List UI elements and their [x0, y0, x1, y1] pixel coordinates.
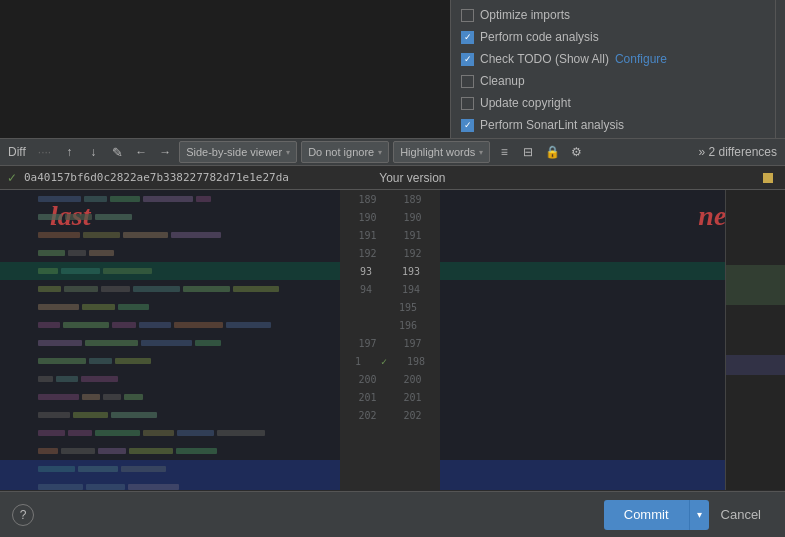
pixel-block [217, 430, 265, 436]
ln-left-10: 200 [358, 374, 376, 385]
lock-button[interactable]: 🔒 [542, 142, 562, 162]
code-row-left-2 [0, 226, 340, 244]
pixel-block [143, 196, 193, 202]
code-row-left-0 [0, 190, 340, 208]
ln-right-12: 202 [403, 410, 421, 421]
pixel-block [81, 376, 118, 382]
highlight-dropdown[interactable]: Highlight words ▾ [393, 141, 490, 163]
pixel-block [133, 286, 180, 292]
ln-pair-4: 93193 [345, 266, 435, 277]
pixel-block [171, 232, 221, 238]
pixel-block [38, 232, 80, 238]
commit-button[interactable]: Commit [604, 500, 689, 530]
ln-left-5: 94 [360, 284, 372, 295]
code-row-left-13 [0, 424, 340, 442]
ln-pair-6: 195 [345, 302, 435, 313]
cancel-button[interactable]: Cancel [709, 500, 773, 530]
ln-left-4: 93 [360, 266, 372, 277]
right-highlight-blue [440, 460, 725, 490]
pixel-block [38, 412, 70, 418]
checkbox-perform-code-analysis[interactable] [461, 31, 474, 44]
option-row-perform-sonarlint: Perform SonarLint analysis [461, 114, 765, 136]
collapse-button[interactable]: ≡ [494, 142, 514, 162]
help-button[interactable]: ? [12, 504, 34, 526]
mini-map-marker-green [726, 265, 785, 305]
ignore-dropdown-chevron: ▾ [378, 148, 382, 157]
pixel-block [38, 250, 65, 256]
pixel-block [123, 232, 168, 238]
option-label-check-todo: Check TODO (Show All) [480, 52, 609, 66]
option-label-update-copyright: Update copyright [480, 96, 571, 110]
gear-button[interactable]: ⚙ [566, 142, 586, 162]
center-row-4: 93193 [340, 262, 440, 280]
mini-map[interactable] [725, 190, 785, 490]
ln-left-9: 1 [355, 356, 361, 367]
diff-count: » 2 differences [699, 145, 778, 159]
side-by-side-button[interactable]: ⊟ [518, 142, 538, 162]
pixel-block [95, 430, 140, 436]
code-row-left-1 [0, 208, 340, 226]
highlight-dropdown-chevron: ▾ [479, 148, 483, 157]
pixel-block [38, 448, 58, 454]
ln-right-8: 197 [403, 338, 421, 349]
pixel-block [84, 196, 107, 202]
center-row-2: 191191 [340, 226, 440, 244]
top-scrollbar[interactable] [775, 0, 785, 140]
center-row-3: 192192 [340, 244, 440, 262]
ln-pair-5: 94194 [345, 284, 435, 295]
viewer-dropdown[interactable]: Side-by-side viewer ▾ [179, 141, 297, 163]
ln-pair-10: 200200 [345, 374, 435, 385]
checkbox-update-copyright[interactable] [461, 97, 474, 110]
pixel-block [85, 340, 138, 346]
ln-pair-0: 189189 [345, 194, 435, 205]
edit-button[interactable]: ✎ [107, 142, 127, 162]
ln-right-7: 196 [399, 320, 417, 331]
configure-link-check-todo[interactable]: Configure [615, 52, 667, 66]
ln-left-1: 190 [358, 212, 376, 223]
diff-toolbar: Diff ···· ↑ ↓ ✎ ← → Side-by-side viewer … [0, 138, 785, 166]
commit-dropdown-button[interactable]: ▾ [689, 500, 709, 530]
code-row-left-9 [0, 352, 340, 370]
right-button[interactable]: → [155, 142, 175, 162]
code-row-left-8 [0, 334, 340, 352]
ignore-dropdown[interactable]: Do not ignore ▾ [301, 141, 389, 163]
checkbox-check-todo[interactable] [461, 53, 474, 66]
checkbox-perform-sonarlint[interactable] [461, 119, 474, 132]
ln-left-8: 197 [358, 338, 376, 349]
center-row-8: 197197 [340, 334, 440, 352]
option-label-perform-code-analysis: Perform code analysis [480, 30, 599, 44]
ln-right-1: 190 [403, 212, 421, 223]
ln-left-3: 192 [358, 248, 376, 259]
pixel-block [61, 448, 95, 454]
pixel-block [226, 322, 271, 328]
pixel-block [141, 340, 192, 346]
pixel-block [233, 286, 279, 292]
left-button[interactable]: ← [131, 142, 151, 162]
ln-right-10: 200 [403, 374, 421, 385]
pixel-block [82, 304, 115, 310]
diff-center-numbers: 1891891901901911911921929319394194195196… [340, 190, 440, 490]
code-row-left-14 [0, 442, 340, 460]
checkbox-optimize-imports[interactable] [461, 9, 474, 22]
pixel-block [139, 322, 171, 328]
left-highlight-blue [0, 460, 340, 490]
pixel-block [103, 394, 121, 400]
ln-pair-12: 202202 [345, 410, 435, 421]
pixel-block [98, 448, 126, 454]
pixel-block [38, 304, 79, 310]
checkbox-cleanup[interactable] [461, 75, 474, 88]
option-row-optimize-imports: Optimize imports [461, 4, 765, 26]
code-row-left-6 [0, 298, 340, 316]
option-row-cleanup: Cleanup [461, 70, 765, 92]
pixel-block [68, 250, 86, 256]
ln-right-6: 195 [399, 302, 417, 313]
viewer-dropdown-chevron: ▾ [286, 148, 290, 157]
ln-left-2: 191 [358, 230, 376, 241]
down-button[interactable]: ↓ [83, 142, 103, 162]
ln-left-0: 189 [358, 194, 376, 205]
code-row-left-10 [0, 370, 340, 388]
diff-label: Diff [8, 145, 26, 159]
ln-left-12: 202 [358, 410, 376, 421]
code-row-left-7 [0, 316, 340, 334]
up-button[interactable]: ↑ [59, 142, 79, 162]
